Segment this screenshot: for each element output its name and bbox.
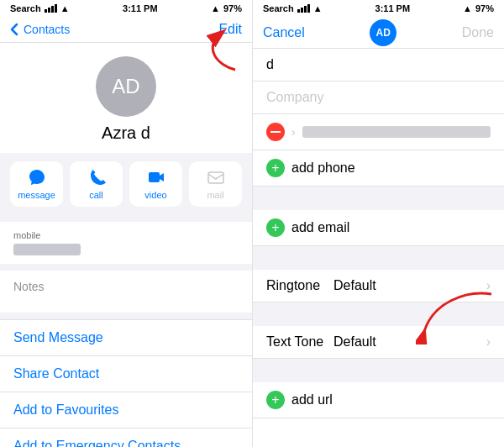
ringtone-row[interactable]: Ringtone Default › xyxy=(253,270,504,302)
share-contact-link[interactable]: Share Contact xyxy=(0,356,252,392)
done-button[interactable]: Done xyxy=(462,25,494,40)
add-email-row[interactable]: + add email xyxy=(253,210,504,246)
message-label: message xyxy=(18,190,55,200)
add-url-label: add url xyxy=(291,392,333,408)
edit-form: d Company › + add phone + add email Ring… xyxy=(253,49,504,447)
svg-rect-1 xyxy=(208,172,223,183)
mail-button[interactable]: mail xyxy=(189,161,242,207)
message-icon xyxy=(28,168,46,187)
mobile-section: mobile xyxy=(0,222,252,264)
notes-section: Notes xyxy=(0,271,252,313)
left-panel: Search ▲ 3:11 PM ▲ 97% Cont xyxy=(0,0,252,447)
contact-header: AD Azra d xyxy=(0,43,252,153)
right-time: 3:11 PM xyxy=(375,3,411,13)
contact-name: Azra d xyxy=(102,124,150,143)
send-message-link[interactable]: Send Message xyxy=(0,319,252,356)
gap-3 xyxy=(253,302,504,326)
mail-icon xyxy=(207,168,225,187)
left-nav-bar: Contacts Edit xyxy=(0,17,252,43)
text-tone-row[interactable]: Text Tone Default › xyxy=(253,326,504,359)
battery-text: 97% xyxy=(223,3,242,13)
right-nav-bar: Cancel AD Done xyxy=(253,17,504,49)
phone-value-bar xyxy=(302,126,491,138)
add-to-emergency-link[interactable]: Add to Emergency Contacts xyxy=(0,429,252,447)
right-status-bar: Search ▲ 3:11 PM ▲ 97% xyxy=(253,0,504,17)
phone-row: › xyxy=(253,114,504,150)
gap-4 xyxy=(253,359,504,382)
call-label: call xyxy=(89,190,103,200)
right-status-right: ▲ 97% xyxy=(463,3,494,13)
text-tone-chevron-icon: › xyxy=(486,334,491,350)
text-tone-value: Default xyxy=(333,334,486,350)
add-url-row[interactable]: + add url xyxy=(253,382,504,418)
video-button[interactable]: video xyxy=(129,161,182,207)
ringtone-chevron-icon: › xyxy=(486,278,491,293)
gap-1 xyxy=(253,187,504,210)
phone-chevron-icon: › xyxy=(291,125,296,139)
add-phone-label: add phone xyxy=(291,160,355,176)
right-status-left: Search ▲ xyxy=(263,3,323,13)
avatar-initials: AD xyxy=(112,75,139,98)
notes-label: Notes xyxy=(13,280,45,293)
back-button[interactable]: Contacts xyxy=(10,23,70,36)
mobile-label: mobile xyxy=(13,230,239,240)
right-battery: 97% xyxy=(475,3,494,13)
remove-phone-button[interactable] xyxy=(266,123,285,141)
avatar: AD xyxy=(96,56,156,117)
carrier-text: Search xyxy=(10,3,41,13)
edit-button[interactable]: Edit xyxy=(218,22,242,37)
call-button[interactable]: call xyxy=(70,161,123,207)
gap-2 xyxy=(253,246,504,270)
wifi-icon: ▲ xyxy=(60,3,70,13)
link-section: Send Message Share Contact Add to Favour… xyxy=(0,319,252,447)
add-to-favourites-link[interactable]: Add to Favourites xyxy=(0,392,252,429)
back-label: Contacts xyxy=(24,23,70,36)
svg-rect-0 xyxy=(149,172,160,182)
add-phone-row[interactable]: + add phone xyxy=(253,150,504,187)
right-signal-bars xyxy=(297,4,310,13)
ringtone-value: Default xyxy=(333,278,486,293)
add-email-button[interactable]: + xyxy=(266,218,285,237)
left-status-carrier: Search ▲ xyxy=(10,3,70,13)
left-status-right: ▲ 97% xyxy=(211,3,242,13)
video-icon xyxy=(147,168,165,187)
right-nav-avatar: AD xyxy=(370,19,396,46)
add-phone-button[interactable]: + xyxy=(266,159,285,177)
message-button[interactable]: message xyxy=(10,161,63,207)
right-carrier-text: Search xyxy=(263,3,294,13)
phone-icon xyxy=(87,168,106,187)
text-tone-label: Text Tone xyxy=(266,334,333,350)
right-wifi-icon: ▲ xyxy=(313,3,323,13)
mobile-value-bar xyxy=(13,244,81,255)
back-chevron-icon xyxy=(10,23,18,36)
action-buttons: message call video mail xyxy=(0,153,252,215)
add-email-label: add email xyxy=(291,220,349,235)
left-time: 3:11 PM xyxy=(123,3,158,13)
location-icon: ▲ xyxy=(211,3,220,13)
mail-label: mail xyxy=(207,190,223,200)
add-url-button[interactable]: + xyxy=(266,391,285,409)
left-status-bar: Search ▲ 3:11 PM ▲ 97% xyxy=(0,0,252,17)
signal-bars xyxy=(45,4,57,13)
cancel-button[interactable]: Cancel xyxy=(263,25,305,40)
right-location-icon: ▲ xyxy=(463,3,472,13)
first-name-field[interactable]: d xyxy=(253,49,504,82)
video-label: video xyxy=(144,190,166,200)
right-panel: Search ▲ 3:11 PM ▲ 97% Cancel AD Done d xyxy=(252,0,504,447)
ringtone-label: Ringtone xyxy=(266,278,333,293)
company-field[interactable]: Company xyxy=(253,82,504,114)
